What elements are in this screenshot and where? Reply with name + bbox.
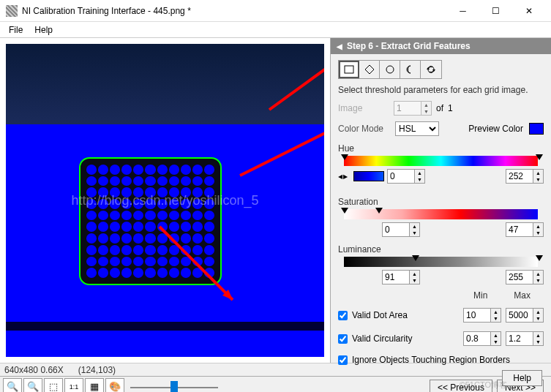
hue-label: Hue [338,143,544,154]
valid-circularity-label: Valid Circularity [352,333,459,344]
hue-arrows[interactable]: ◀▶ [338,173,348,180]
hue-slider[interactable] [338,156,544,166]
step-header: ◀ Step 6 - Extract Grid Features [331,38,551,54]
maximize-button[interactable]: ☐ [479,1,512,21]
window-title: NI Calibration Training Interface - 445.… [22,6,446,16]
image-total: 1 [448,103,453,113]
min-header: Min [473,290,487,301]
saturation-min-spinner[interactable]: ▲▼ [382,222,420,237]
shape-crescent-button[interactable] [400,61,421,78]
valid-circ-max-spinner[interactable]: ▲▼ [506,331,544,346]
shape-refresh-button[interactable] [421,61,441,78]
svg-rect-6 [345,66,353,73]
footer-watermark: ©51CTO博客 [460,380,507,391]
hue-min-spinner[interactable]: ▲▼ [387,169,425,184]
help-button[interactable]: Help [502,370,542,386]
luminance-slider[interactable] [338,257,544,267]
valid-dot-area-checkbox[interactable] [338,311,348,320]
image-index-spinner[interactable]: ▲▼ [394,101,432,116]
luminance-label: Luminance [338,244,544,255]
watermark-text: http://blog.csdn.net/yoshilicon_5 [71,193,258,208]
status-dims: 640x480 0.66X [4,365,64,375]
menu-file[interactable]: File [3,23,29,37]
luminance-min-spinner[interactable]: ▲▼ [382,270,420,284]
valid-circularity-checkbox[interactable] [338,334,348,344]
preview-color-label: Preview Color [468,124,523,134]
of-label: of [436,103,443,113]
zoom-slider[interactable] [130,380,218,393]
step-title: Step 6 - Extract Grid Features [347,41,471,51]
zoom-out-button[interactable]: 🔍 [23,378,42,393]
ignore-borders-checkbox[interactable] [338,355,348,365]
preview-color-swatch[interactable] [529,123,544,135]
valid-circ-min-spinner[interactable]: ▲▼ [463,331,501,346]
shape-circle-button[interactable] [380,61,400,78]
menu-help[interactable]: Help [29,23,59,37]
zoom-in-button[interactable]: 🔍 [3,378,22,393]
colormode-select[interactable]: HSL [395,121,439,136]
status-coords: (124,103) [78,365,116,375]
calibration-grid-roi [79,157,222,285]
valid-dot-min-spinner[interactable]: ▲▼ [463,308,501,323]
image-viewport[interactable]: http://blog.csdn.net/yoshilicon_5 [6,44,324,357]
image-label: Image [338,103,389,113]
valid-dot-area-label: Valid Dot Area [352,310,459,320]
saturation-slider[interactable] [338,209,544,219]
ignore-borders-label: Ignore Objects Touching Region Borders [352,355,544,365]
shape-rectangle-button[interactable] [339,61,359,78]
shape-diamond-button[interactable] [359,61,380,78]
colormode-label: Color Mode [338,124,389,134]
svg-marker-7 [365,65,374,74]
saturation-label: Saturation [338,197,544,207]
zoom-11-button[interactable]: 1:1 [64,378,83,393]
app-icon [6,5,18,17]
valid-dot-max-spinner[interactable]: ▲▼ [506,308,544,323]
minimize-button[interactable]: ─ [446,1,479,21]
instruction-text: Select threshold parameters for each gri… [338,85,544,95]
collapse-icon[interactable]: ◀ [337,42,342,50]
zoom-region-button[interactable]: ▦ [85,378,104,393]
hue-swatch [353,171,384,181]
saturation-max-spinner[interactable]: ▲▼ [506,222,544,237]
palette-button[interactable]: 🎨 [105,378,124,393]
hue-max-spinner[interactable]: ▲▼ [506,169,544,184]
zoom-fit-button[interactable]: ⬚ [44,378,63,393]
svg-point-8 [386,66,394,73]
luminance-max-spinner[interactable]: ▲▼ [506,270,544,284]
max-header: Max [514,290,531,301]
close-button[interactable]: ✕ [512,1,545,21]
